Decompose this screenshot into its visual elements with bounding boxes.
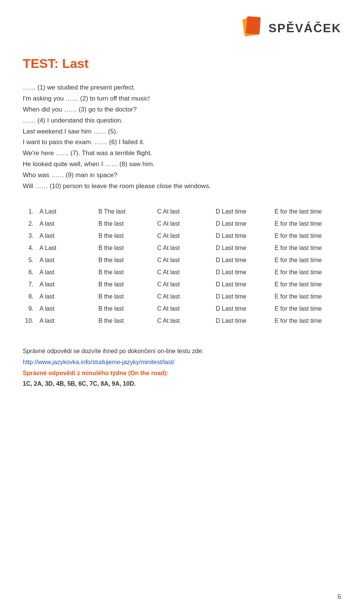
opt-b: B the last (96, 254, 155, 266)
opt-b: B the last (96, 266, 155, 278)
sentence-5: Last weekend I saw him …… (5). (23, 126, 341, 137)
opt-c: C At last (155, 303, 213, 315)
opt-e: E for the last time (272, 218, 341, 230)
opt-b: B the last (96, 218, 155, 230)
opt-d: D Last time (213, 218, 272, 230)
opt-e: E for the last time (272, 278, 341, 291)
row-num: 4. (23, 242, 37, 254)
opt-d: D Last time (213, 266, 272, 278)
sentence-8: He looked quite well, when I …… (8) saw … (23, 159, 341, 170)
page-number: 6 (337, 593, 341, 601)
opt-c: C At last (155, 218, 213, 230)
logo-text: SPĚVÁČEK (268, 21, 341, 35)
opt-b: B the last (96, 315, 155, 327)
opt-d: D Last time (213, 230, 272, 242)
opt-c: C At last (155, 242, 213, 254)
page-title: TEST: Last (23, 56, 341, 71)
footer-line2: Správné odpovědi z minulého týdne (On th… (23, 370, 168, 376)
row-num: 6. (23, 266, 37, 278)
opt-a: A last (37, 266, 96, 278)
opt-b: B the last (96, 291, 155, 303)
sentence-9: Who was …… (9) man in space? (23, 170, 341, 181)
sentence-3: When did you …… (3) go to the doctor? (23, 104, 341, 115)
row-num: 2. (23, 218, 37, 230)
intro-block: …… (1) we studied the present perfect. I… (23, 82, 341, 192)
opt-a: A last (37, 218, 96, 230)
opt-e: E for the last time (272, 242, 341, 254)
row-num: 3. (23, 230, 37, 242)
table-row: 8. A last B the last C At last D Last ti… (23, 291, 341, 303)
opt-e: E for the last time (272, 206, 341, 218)
opt-d: D Last time (213, 206, 272, 218)
opt-b: B The last (96, 206, 155, 218)
table-row: 5. A last B the last C At last D Last ti… (23, 254, 341, 266)
opt-d: D Last time (213, 291, 272, 303)
table-row: 9. A last B the last C At last D Last ti… (23, 303, 341, 315)
sentence-1: …… (1) we studied the present perfect. (23, 82, 341, 93)
row-num: 8. (23, 291, 37, 303)
table-row: 4. A Last B the last C At last D Last ti… (23, 242, 341, 254)
opt-b: B the last (96, 303, 155, 315)
opt-a: A last (37, 230, 96, 242)
opt-e: E for the last time (272, 315, 341, 327)
opt-e: E for the last time (272, 254, 341, 266)
opt-b: B the last (96, 242, 155, 254)
footer-block: Správné odpovědi se dozvíte ihned po dok… (23, 346, 341, 390)
opt-c: C At last (155, 315, 213, 327)
footer-line3: 1C, 2A, 3D, 4B, 5B, 6C, 7C, 8A, 9A, 10D. (23, 380, 136, 387)
opt-a: A Last (37, 206, 96, 218)
sentence-4: …… (4) I understand this question. (23, 115, 341, 126)
opt-c: C At last (155, 278, 213, 291)
opt-a: A last (37, 278, 96, 291)
row-num: 7. (23, 278, 37, 291)
sentence-6: I want to pass the exam. …… (6) I failed… (23, 137, 341, 148)
table-row: 3. A last B the last C At last D Last ti… (23, 230, 341, 242)
opt-a: A last (37, 315, 96, 327)
opt-d: D Last time (213, 254, 272, 266)
row-num: 10. (23, 315, 37, 327)
logo-area: SPĚVÁČEK (240, 15, 341, 41)
table-row: 7. A last B the last C At last D Last ti… (23, 278, 341, 291)
logo-icon (240, 15, 263, 41)
opt-a: A last (37, 303, 96, 315)
opt-d: D Last time (213, 242, 272, 254)
opt-e: E for the last time (272, 230, 341, 242)
table-row: 1. A Last B The last C At last D Last ti… (23, 206, 341, 218)
table-row: 2. A last B the last C At last D Last ti… (23, 218, 341, 230)
sentence-2: I'm asking you …… (2) to turn off that m… (23, 93, 341, 104)
opt-c: C At last (155, 206, 213, 218)
opt-e: E for the last time (272, 266, 341, 278)
opt-c: C At last (155, 230, 213, 242)
sentence-10: Will …… (10) person to leave the room pl… (23, 181, 341, 192)
row-num: 5. (23, 254, 37, 266)
table-row: 6. A last B the last C At last D Last ti… (23, 266, 341, 278)
opt-e: E for the last time (272, 303, 341, 315)
answer-table: 1. A Last B The last C At last D Last ti… (23, 206, 341, 327)
opt-d: D Last time (213, 303, 272, 315)
opt-e: E for the last time (272, 291, 341, 303)
header: SPĚVÁČEK (23, 15, 341, 45)
opt-d: D Last time (213, 315, 272, 327)
footer-line1: Správné odpovědi se dozvíte ihned po dok… (23, 346, 341, 357)
svg-rect-1 (246, 16, 260, 35)
opt-c: C At last (155, 291, 213, 303)
opt-b: B the last (96, 278, 155, 291)
row-num: 9. (23, 303, 37, 315)
opt-c: C At last (155, 254, 213, 266)
opt-c: C At last (155, 266, 213, 278)
opt-d: D Last time (213, 278, 272, 291)
opt-a: A Last (37, 242, 96, 254)
row-num: 1. (23, 206, 37, 218)
opt-a: A last (37, 254, 96, 266)
table-row: 10. A last B the last C At last D Last t… (23, 315, 341, 327)
sentence-7: We're here …… (7). That was a terrible f… (23, 148, 341, 159)
footer-link[interactable]: http://www.jazykovka.info/studujeme-jazy… (23, 359, 174, 365)
opt-b: B the last (96, 230, 155, 242)
opt-a: A last (37, 291, 96, 303)
